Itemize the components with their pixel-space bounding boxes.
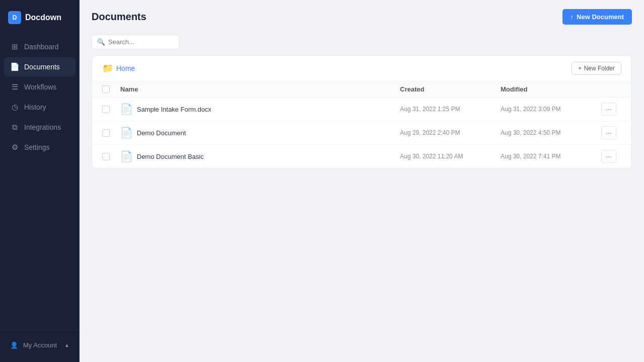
logo-icon: D	[8, 11, 21, 24]
doc-name-cell: 📄 Sample Intake Form.docx	[120, 103, 400, 115]
sidebar: D Docdown ⊞ Dashboard 📄 Documents ☰ Work…	[0, 0, 79, 362]
column-modified: Modified	[501, 85, 601, 93]
sidebar-item-settings[interactable]: ⚙ Settings	[4, 138, 75, 157]
settings-icon: ⚙	[10, 143, 19, 152]
new-folder-button[interactable]: + New Folder	[572, 62, 621, 75]
search-bar-wrap: 🔍	[92, 35, 632, 49]
table-header: Name Created Modified	[92, 81, 631, 98]
app-logo[interactable]: D Docdown	[0, 0, 79, 35]
documents-panel: 📁 Home + New Folder Name Created Modifie…	[92, 55, 632, 168]
sidebar-bottom: 👤 My Account ▲	[0, 330, 79, 362]
account-menu[interactable]: 👤 My Account ▲	[4, 336, 75, 354]
sidebar-item-label: Settings	[24, 143, 50, 151]
app-name: Docdown	[25, 13, 61, 22]
page-title: Documents	[92, 11, 146, 23]
select-all-checkbox[interactable]	[102, 85, 110, 93]
column-name: Name	[120, 85, 400, 93]
chevron-up-icon: ▲	[64, 342, 69, 348]
sidebar-item-history[interactable]: ◷ History	[4, 98, 75, 117]
breadcrumb: 📁 Home	[102, 63, 135, 74]
doc-modified-date: Aug 30, 2022 7:41 PM	[501, 153, 601, 160]
doc-name: Demo Document Basic	[137, 153, 204, 160]
row-checkbox-2[interactable]	[102, 153, 110, 160]
account-label: My Account	[23, 341, 57, 349]
top-bar: Documents ↑ New Document	[79, 0, 644, 30]
search-icon: 🔍	[97, 38, 105, 46]
sidebar-item-label: Integrations	[24, 123, 61, 131]
doc-name-cell: 📄 Demo Document Basic	[120, 150, 400, 162]
plus-icon: +	[578, 65, 582, 72]
sidebar-item-label: Documents	[24, 63, 60, 71]
doc-modified-date: Aug 31, 2022 3:09 PM	[501, 106, 601, 113]
select-all-wrap	[102, 85, 120, 93]
sidebar-item-documents[interactable]: 📄 Documents	[4, 57, 75, 76]
sidebar-item-dashboard[interactable]: ⊞ Dashboard	[4, 37, 75, 56]
new-document-label: New Document	[577, 13, 624, 21]
content-area: 🔍 📁 Home + New Folder	[79, 30, 644, 362]
column-created: Created	[400, 85, 501, 93]
main-content: Documents ↑ New Document 🔍 📁 Home +	[79, 0, 644, 362]
account-icon: 👤	[10, 341, 18, 349]
more-options-button[interactable]: ···	[601, 103, 616, 116]
sidebar-item-label: Dashboard	[24, 43, 59, 51]
search-input-wrapper: 🔍	[92, 35, 180, 49]
row-checkbox-0[interactable]	[102, 106, 110, 113]
sidebar-item-workflows[interactable]: ☰ Workflows	[4, 77, 75, 97]
doc-created-date: Aug 31, 2022 1:25 PM	[400, 106, 501, 113]
doc-name: Demo Document	[137, 129, 186, 137]
doc-pdf-icon: 📄	[120, 150, 133, 162]
new-folder-label: New Folder	[584, 65, 615, 72]
panel-header: 📁 Home + New Folder	[92, 56, 631, 81]
doc-name: Sample Intake Form.docx	[137, 106, 211, 113]
sidebar-item-label: Workflows	[24, 83, 56, 91]
row-checkbox-wrap	[102, 106, 120, 113]
dashboard-icon: ⊞	[10, 42, 19, 51]
more-options-button[interactable]: ···	[601, 150, 616, 163]
doc-created-date: Aug 30, 2022 11:20 AM	[400, 153, 501, 160]
doc-modified-date: Aug 30, 2022 4:50 PM	[501, 129, 601, 136]
workflows-icon: ☰	[10, 82, 19, 92]
table-row[interactable]: 📄 Sample Intake Form.docx Aug 31, 2022 1…	[92, 98, 631, 121]
row-checkbox-1[interactable]	[102, 129, 110, 137]
row-checkbox-wrap	[102, 129, 120, 137]
doc-name-cell: 📄 Demo Document	[120, 127, 400, 139]
sidebar-nav: ⊞ Dashboard 📄 Documents ☰ Workflows ◷ Hi…	[0, 35, 79, 330]
sidebar-item-integrations[interactable]: ⧉ Integrations	[4, 118, 75, 137]
breadcrumb-label: Home	[116, 64, 135, 72]
new-document-button[interactable]: ↑ New Document	[562, 9, 632, 25]
document-list: 📄 Sample Intake Form.docx Aug 31, 2022 1…	[92, 98, 631, 168]
upload-icon: ↑	[571, 13, 574, 21]
table-row[interactable]: 📄 Demo Document Basic Aug 30, 2022 11:20…	[92, 145, 631, 168]
integrations-icon: ⧉	[10, 123, 19, 132]
table-row[interactable]: 📄 Demo Document Aug 29, 2022 2:40 PM Aug…	[92, 121, 631, 145]
doc-pdf-icon: 📄	[120, 103, 133, 115]
row-checkbox-wrap	[102, 153, 120, 160]
documents-icon: 📄	[10, 62, 19, 71]
search-input[interactable]	[108, 38, 174, 46]
history-icon: ◷	[10, 103, 19, 112]
doc-pdf-icon: 📄	[120, 127, 133, 139]
doc-created-date: Aug 29, 2022 2:40 PM	[400, 129, 501, 136]
folder-icon: 📁	[102, 63, 113, 74]
more-options-button[interactable]: ···	[601, 126, 616, 139]
sidebar-item-label: History	[24, 103, 46, 111]
